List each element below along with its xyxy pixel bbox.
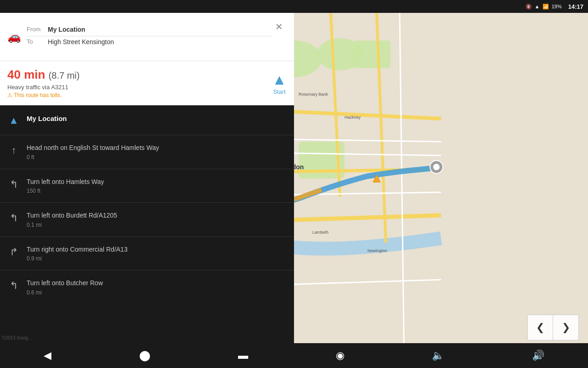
direction-text: Turn right onto Commercial Rd/A13 0.9 mi [27,245,287,262]
direction-distance: 0.9 mi [27,255,287,262]
to-label: To [27,38,43,45]
direction-main: My Location [27,114,287,123]
camera-button[interactable]: ◉ [327,346,354,365]
wifi-icon: ▲ [535,4,540,9]
status-time: 14:17 [568,3,583,10]
direction-icon: ↰ [7,212,20,224]
direction-text: Head north on English St toward Hamlets … [27,144,287,161]
direction-distance: 0.6 mi [27,289,287,296]
direction-main: Turn left onto Hamlets Way [27,178,287,187]
direction-icon: ↱ [7,246,20,258]
direction-main: Turn right onto Commercial Rd/A13 [27,245,287,254]
direction-item[interactable]: ↰ Turn left onto Burdett Rd/A1205 0.1 mi [0,203,294,237]
signal-icon: 📶 [543,4,549,10]
route-via: Heavy traffic via A3211 [7,84,272,91]
direction-main: Head north on English St toward Hamlets … [27,144,287,153]
from-value: My Location [48,26,85,33]
svg-rect-6 [354,40,390,68]
recents-button[interactable]: ▬ [229,346,257,365]
direction-icon: ▲ [7,115,20,126]
route-tolls: ⚠ This route has tolls. [7,92,272,98]
volume-up-button[interactable]: 🔊 [523,346,554,365]
bottom-navigation-bar: ◀ ⬤ ▬ ◉ 🔈 🔊 [0,343,588,368]
route-info: 40 min (8.7 mi) Heavy traffic via A3211 … [7,68,272,98]
warning-icon: ⚠ [7,92,12,98]
from-label: From [27,26,43,33]
route-header: 🚗 From My Location To High Street Kensin… [0,13,294,61]
start-label: Start [273,88,285,95]
direction-icon: ↰ [7,280,20,292]
direction-text: Turn left onto Butcher Row 0.6 mi [27,279,287,296]
svg-point-21 [433,164,440,170]
status-bar: 🔇 ▲ 📶 19% 14:17 [0,0,588,13]
direction-distance: 150 ft [27,188,287,194]
back-button[interactable]: ◀ [34,346,61,365]
start-arrow-icon: ▲ [272,71,287,88]
to-row: To High Street Kensington [27,38,271,46]
navigation-panel: 🚗 From My Location To High Street Kensin… [0,13,294,368]
route-duration: 40 min (8.7 mi) [7,68,272,82]
close-button[interactable]: ✕ [271,19,287,34]
from-row: From My Location [27,26,271,33]
to-value: High Street Kensington [48,38,114,46]
maps-copyright: ©2013 Goog... [2,335,32,340]
direction-item[interactable]: ↱ Turn right onto Commercial Rd/A13 0.9 … [0,237,294,271]
map-nav-controls: ❮ ❯ [527,315,579,340]
svg-text:Newington: Newington [368,248,387,253]
car-icon: 🚗 [7,30,21,43]
direction-text: Turn left onto Burdett Rd/A1205 0.1 mi [27,211,287,228]
battery-level: 19% [552,4,562,9]
direction-item[interactable]: ↰ Turn left onto Hamlets Way 150 ft [0,169,294,203]
direction-main: Turn left onto Butcher Row [27,279,287,288]
prev-button[interactable]: ❮ [527,315,553,340]
direction-distance: 0.1 mi [27,222,287,228]
svg-text:Lambeth: Lambeth [312,230,328,235]
next-button[interactable]: ❯ [553,315,579,340]
direction-item[interactable]: ↰ Turn left onto Butcher Row 0.6 mi [0,270,294,304]
svg-text:Rosemary Bank: Rosemary Bank [299,92,328,97]
status-icons: 🔇 ▲ 📶 19% 14:17 [526,3,583,10]
mute-icon: 🔇 [526,4,532,10]
directions-list: ▲ My Location ↑ Head north on English St… [0,105,294,368]
direction-item[interactable]: ↑ Head north on English St toward Hamlet… [0,135,294,169]
svg-text:Hackney: Hackney [345,115,361,120]
start-button[interactable]: ▲ Start [272,71,287,95]
route-summary: 40 min (8.7 mi) Heavy traffic via A3211 … [0,61,294,105]
direction-text: Turn left onto Hamlets Way 150 ft [27,178,287,195]
direction-icon: ↑ [7,144,20,156]
direction-main: Turn left onto Burdett Rd/A1205 [27,211,287,220]
route-inputs: From My Location To High Street Kensingt… [27,26,271,48]
home-button[interactable]: ⬤ [130,346,160,365]
volume-down-button[interactable]: 🔈 [423,346,453,365]
direction-icon: ↰ [7,178,20,190]
direction-item[interactable]: ▲ My Location [0,105,294,135]
route-distance: (8.7 mi) [49,70,80,80]
direction-text: My Location [27,114,287,123]
direction-distance: 0 ft [27,154,287,161]
